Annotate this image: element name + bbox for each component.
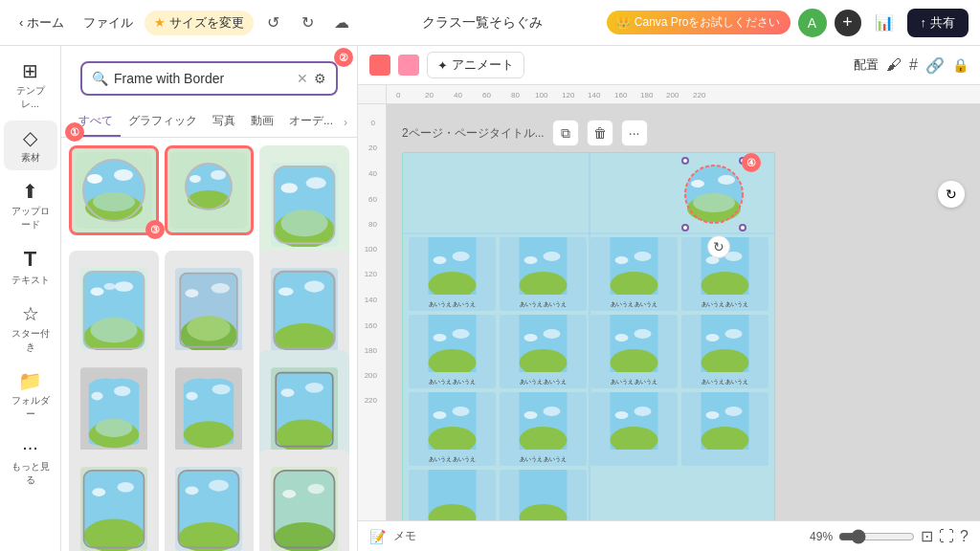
svg-point-27 [103,283,115,290]
rect-frame-thumb-2 [80,268,147,352]
svg-text:100: 100 [535,91,548,99]
element-circle-landscape-2[interactable] [165,145,255,235]
file-button[interactable]: ファイル [76,11,141,35]
svg-point-6 [114,169,133,181]
svg-text:160: 160 [614,91,628,99]
fit-icon[interactable]: ⊡ [921,527,933,545]
cell-frame-9 [409,392,496,450]
sidebar-item-elements[interactable]: ◇ 素材 [4,121,57,170]
svg-point-23 [90,318,137,342]
ruler-svg-v: 0 20 40 60 80 100 120 140 160 180 200 22… [358,104,387,520]
help-icon[interactable]: ? [960,528,969,545]
header-right: 👑 Canva Proをお試しください A + 📊 ↑ 共有 [607,8,969,38]
zoom-slider[interactable] [838,529,915,544]
element-circle-landscape-1[interactable] [69,145,159,235]
canvas-cell-8: あいうえ あいうえ [681,315,768,388]
tab-more-arrow[interactable]: › [344,116,347,129]
refresh-button[interactable]: ↻ [938,181,965,208]
sidebar-item-text[interactable]: T テキスト [4,241,57,293]
rotate-handle[interactable]: ↻ [707,235,730,258]
canvas-toolbar: ✦ アニメート 配置 🖌 # 🔗 🔒 [358,46,980,85]
svg-point-44 [91,392,102,401]
more-page-button[interactable]: ··· [621,120,648,146]
svg-point-3 [93,192,135,211]
memo-label[interactable]: メモ [393,528,416,544]
canva-pro-button[interactable]: 👑 Canva Proをお試しください [607,11,791,34]
clear-icon[interactable]: ✕ [297,71,308,86]
redo-button[interactable]: ↻ [292,8,323,38]
sidebar-item-templates[interactable]: ⊞ テンプレ... [4,54,57,117]
color-swatch-red[interactable] [369,55,390,76]
canvas-cell-1: あいうえ あいうえ [409,237,496,311]
tab-video[interactable]: 動画 [243,107,281,137]
svg-point-122 [434,334,447,342]
svg-text:40: 40 [454,91,462,99]
handle-br[interactable] [739,224,746,231]
chart-button[interactable]: 📊 [869,8,900,38]
canvas-cell-10: あいうえ あいうえ [500,392,587,466]
svg-point-143 [544,407,561,416]
handle-tl[interactable] [681,157,689,165]
cell-label-4: あいうえ あいうえ [681,298,768,311]
color-swatch-pink[interactable] [398,55,419,76]
svg-point-142 [524,411,538,419]
cell-label-2: あいうえ あいうえ [500,298,587,311]
add-button[interactable]: + [835,10,861,36]
grid-icon[interactable]: # [909,56,918,74]
tab-graphic[interactable]: グラフィック [121,107,205,137]
upload-icon: ⬆ [22,180,38,203]
fullscreen-icon[interactable]: ⛶ [939,528,954,545]
animate-button[interactable]: ✦ アニメート [427,52,524,78]
svg-point-39 [278,288,294,297]
cloud-button[interactable]: ☁ [326,8,357,38]
back-button[interactable]: ‹ ホーム [11,11,72,35]
canvas-scroll-area[interactable]: 2ページ・ページタイトル... ⧉ 🗑 ··· [387,104,980,520]
filter-icon[interactable]: ⚙ [314,71,326,86]
element-shape-4[interactable] [69,450,159,551]
element-rect-landscape-1[interactable] [259,145,349,265]
more-icon: ··· [22,436,38,458]
share-button[interactable]: ↑ 共有 [907,9,969,37]
canvas-cell-13 [409,470,496,520]
selected-circle-frame [680,161,747,228]
svg-text:20: 20 [368,143,377,152]
canvas-cell-12 [681,392,768,466]
svg-point-5 [87,174,102,184]
sidebar-item-folder[interactable]: 📁 フォルダー [4,364,57,427]
svg-point-25 [90,288,103,297]
svg-text:20: 20 [425,91,434,99]
brush-icon[interactable]: 🖌 [886,56,902,74]
undo-button[interactable]: ↺ [257,8,288,38]
cell-frame-3 [590,237,678,295]
rect-frame-thumb-1 [271,163,338,247]
tab-audio[interactable]: オーデ... [281,107,341,137]
svg-point-147 [635,407,652,416]
step-1-badge: ① [65,138,84,142]
svg-point-150 [706,411,720,419]
delete-page-button[interactable]: 🗑 [587,120,613,146]
sidebar-item-upload[interactable]: ⬆ アップロード [4,174,57,237]
search-input[interactable] [114,71,291,86]
svg-point-18 [281,184,299,194]
tab-photo[interactable]: 写真 [205,107,243,137]
link-icon[interactable]: 🔗 [925,56,945,75]
svg-text:0: 0 [396,91,401,99]
handle-bl[interactable] [681,224,689,231]
canvas-cell-14 [500,470,587,520]
lock-icon[interactable]: 🔒 [952,57,969,73]
svg-point-103 [718,175,735,185]
sidebar-item-starred[interactable]: ☆ スター付き [4,297,57,360]
sidebar-item-more[interactable]: ··· もっと見る [4,430,57,493]
search-bar[interactable]: 🔍 ✕ ⚙ [80,61,338,96]
copy-page-button[interactable]: ⧉ [552,120,579,146]
element-shape-6[interactable] [259,450,349,551]
svg-point-126 [524,334,538,342]
resize-button[interactable]: ★ サイズを変更 [145,11,254,35]
page-canvas: ④ ↻ [402,152,775,520]
cell-label-6: あいうえ あいうえ [500,376,587,388]
avatar[interactable]: A [798,9,827,37]
shape-thumb-3 [271,367,338,452]
element-shape-5[interactable] [165,450,255,551]
svg-text:120: 120 [365,270,378,278]
svg-point-48 [187,392,198,401]
